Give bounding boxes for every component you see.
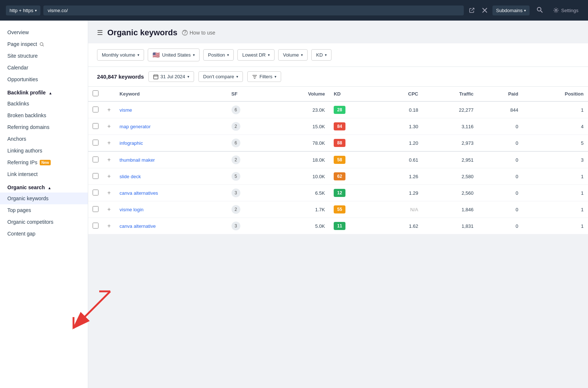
sidebar-item-referring-ips[interactable]: Referring IPs New bbox=[0, 157, 88, 168]
lowest-dr-filter[interactable]: Lowest DR ▾ bbox=[237, 49, 275, 61]
sidebar-item-referring-domains[interactable]: Referring domains bbox=[0, 121, 88, 133]
sidebar-item-opportunities[interactable]: Opportunities bbox=[0, 73, 88, 85]
sidebar-section-backlink[interactable]: Backlink profile ▲ bbox=[0, 85, 88, 98]
col-header-volume[interactable]: Volume bbox=[269, 87, 329, 101]
page-title: Organic keywords bbox=[107, 28, 178, 37]
add-keyword-button[interactable]: + bbox=[107, 123, 111, 129]
add-keyword-button[interactable]: + bbox=[107, 173, 111, 179]
row-checkbox-cell[interactable] bbox=[88, 101, 103, 118]
url-input[interactable] bbox=[43, 6, 464, 15]
compare-selector[interactable]: Don't compare ▾ bbox=[198, 71, 243, 82]
hamburger-icon[interactable]: ☰ bbox=[97, 29, 103, 37]
lowest-dr-label: Lowest DR bbox=[242, 52, 266, 58]
sidebar-label-page-inspect: Page inspect bbox=[7, 41, 37, 47]
sidebar-label-overview: Overview bbox=[7, 29, 29, 35]
col-header-paid[interactable]: Paid bbox=[478, 87, 523, 101]
row-checkbox[interactable] bbox=[93, 190, 98, 195]
row-checkbox[interactable] bbox=[93, 140, 98, 146]
volume-label: Volume bbox=[283, 52, 299, 58]
col-header-kd[interactable]: KD bbox=[329, 87, 378, 101]
sidebar-item-overview[interactable]: Overview bbox=[0, 26, 88, 38]
add-keyword-button[interactable]: + bbox=[107, 140, 111, 146]
row-checkbox-cell[interactable] bbox=[88, 135, 103, 152]
keyword-link[interactable]: infographic bbox=[119, 140, 143, 146]
keyword-link[interactable]: visme login bbox=[119, 207, 143, 212]
sidebar-section-organic[interactable]: Organic search ▲ bbox=[0, 180, 88, 193]
row-add-cell[interactable]: + bbox=[103, 185, 115, 201]
row-add-cell[interactable]: + bbox=[103, 101, 115, 118]
position-filter[interactable]: Position ▾ bbox=[203, 49, 234, 61]
add-keyword-button[interactable]: + bbox=[107, 190, 111, 196]
subdomains-selector[interactable]: Subdomains ▾ bbox=[492, 6, 530, 15]
volume-filter[interactable]: Volume ▾ bbox=[278, 49, 308, 61]
sidebar-item-calendar[interactable]: Calendar bbox=[0, 62, 88, 73]
help-icon bbox=[182, 30, 188, 36]
col-header-traffic[interactable]: Traffic bbox=[423, 87, 478, 101]
sidebar-item-content-gap[interactable]: Content gap bbox=[0, 228, 88, 240]
keyword-link[interactable]: thumbnail maker bbox=[119, 157, 155, 163]
filters-button[interactable]: Filters ▾ bbox=[247, 71, 281, 82]
row-checkbox[interactable] bbox=[93, 123, 98, 129]
row-checkbox[interactable] bbox=[93, 223, 98, 229]
svg-line-3 bbox=[541, 11, 542, 12]
search-icon-small bbox=[39, 42, 44, 47]
row-paid-cell: 844 bbox=[478, 101, 523, 118]
country-filter[interactable]: 🇺🇸 United States ▾ bbox=[148, 48, 200, 61]
row-checkbox[interactable] bbox=[93, 107, 98, 112]
sidebar-item-page-inspect[interactable]: Page inspect bbox=[0, 38, 88, 50]
sidebar-item-anchors[interactable]: Anchors bbox=[0, 133, 88, 145]
sidebar-item-site-structure[interactable]: Site structure bbox=[0, 50, 88, 62]
table-row: + visme login 2 1.7K 55 N/A 1,846 0 1 bbox=[88, 201, 588, 218]
sidebar-item-top-pages[interactable]: Top pages bbox=[0, 204, 88, 216]
row-checkbox-cell[interactable] bbox=[88, 201, 103, 218]
sf-badge: 2 bbox=[232, 155, 240, 164]
close-button[interactable] bbox=[480, 6, 490, 15]
external-link-button[interactable] bbox=[467, 5, 477, 15]
col-header-cpc[interactable]: CPC bbox=[378, 87, 423, 101]
row-checkbox[interactable] bbox=[93, 157, 98, 162]
row-checkbox[interactable] bbox=[93, 206, 98, 212]
sidebar-item-broken-backlinks[interactable]: Broken backlinks bbox=[0, 109, 88, 121]
row-add-cell[interactable]: + bbox=[103, 218, 115, 234]
link-intersect-label: Link intersect bbox=[7, 171, 37, 177]
row-checkbox[interactable] bbox=[93, 173, 98, 179]
us-flag: 🇺🇸 bbox=[153, 51, 160, 58]
protocol-selector[interactable]: http + https ▾ bbox=[6, 6, 40, 15]
keyword-link[interactable]: canva alternative bbox=[119, 223, 155, 229]
add-keyword-button[interactable]: + bbox=[107, 223, 111, 229]
kd-filter[interactable]: KD ▾ bbox=[311, 49, 331, 61]
settings-button[interactable]: Settings bbox=[549, 5, 582, 15]
keyword-link[interactable]: map generator bbox=[119, 124, 151, 129]
row-add-cell[interactable]: + bbox=[103, 151, 115, 168]
row-add-cell[interactable]: + bbox=[103, 118, 115, 135]
sidebar-item-link-intersect[interactable]: Link intersect bbox=[0, 168, 88, 180]
how-to-use-link[interactable]: How to use bbox=[182, 30, 215, 36]
col-header-position[interactable]: Position bbox=[523, 87, 588, 101]
monthly-volume-filter[interactable]: Monthly volume ▾ bbox=[97, 49, 144, 61]
search-button[interactable] bbox=[533, 4, 546, 17]
keyword-link[interactable]: slide deck bbox=[119, 174, 141, 179]
row-checkbox-cell[interactable] bbox=[88, 151, 103, 168]
table-row: + thumbnail maker 2 18.0K 58 0.61 2,951 … bbox=[88, 151, 588, 168]
select-all-checkbox[interactable] bbox=[93, 90, 98, 96]
col-header-sf[interactable]: SF bbox=[227, 87, 269, 101]
row-add-cell[interactable]: + bbox=[103, 168, 115, 185]
add-keyword-button[interactable]: + bbox=[107, 206, 111, 212]
row-volume-cell: 18.0K bbox=[269, 151, 329, 168]
col-header-keyword[interactable]: Keyword bbox=[115, 87, 227, 101]
sidebar-item-linking-authors[interactable]: Linking authors bbox=[0, 145, 88, 157]
row-checkbox-cell[interactable] bbox=[88, 185, 103, 201]
keyword-link[interactable]: visme bbox=[119, 107, 132, 113]
add-keyword-button[interactable]: + bbox=[107, 157, 111, 163]
row-checkbox-cell[interactable] bbox=[88, 118, 103, 135]
keyword-link[interactable]: canva alternatives bbox=[119, 190, 158, 196]
row-checkbox-cell[interactable] bbox=[88, 168, 103, 185]
row-add-cell[interactable]: + bbox=[103, 135, 115, 152]
date-selector[interactable]: 31 Jul 2024 ▾ bbox=[148, 71, 194, 82]
sidebar-item-backlinks[interactable]: Backlinks bbox=[0, 98, 88, 109]
sidebar-item-organic-keywords[interactable]: Organic keywords bbox=[0, 193, 88, 204]
add-keyword-button[interactable]: + bbox=[107, 107, 111, 113]
row-checkbox-cell[interactable] bbox=[88, 218, 103, 234]
row-add-cell[interactable]: + bbox=[103, 201, 115, 218]
sidebar-item-organic-competitors[interactable]: Organic competitors bbox=[0, 216, 88, 228]
